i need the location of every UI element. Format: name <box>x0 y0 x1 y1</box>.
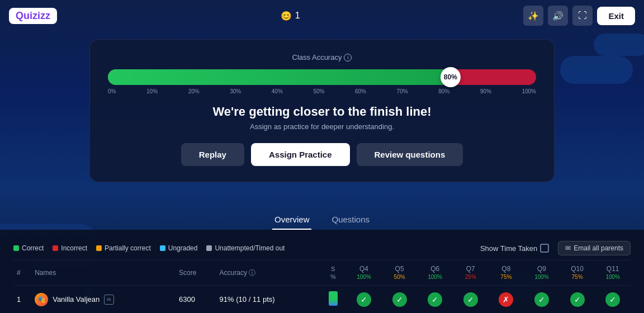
col-q8: Q875% <box>489 260 524 286</box>
partial-bar <box>329 291 338 306</box>
player-info: 🎭 Vanilla Valjean ✉ <box>35 293 172 306</box>
legend-incorrect: Incorrect <box>53 244 87 252</box>
col-s: S% <box>320 260 346 286</box>
progress-track: 80% <box>108 69 536 85</box>
sparkle-button[interactable]: ✨ <box>523 6 543 26</box>
check-correct-icon: ✓ <box>428 292 442 307</box>
card-accuracy-label: Class Accuracy i <box>108 53 536 61</box>
partial-dot <box>96 245 102 251</box>
progress-fill: 80% <box>108 69 451 85</box>
cloud <box>560 56 633 84</box>
cell-q9: ✓ <box>524 286 560 314</box>
header-right: ✨ 🔊 ⛶ Exit <box>523 6 635 26</box>
check-correct-icon: ✓ <box>357 292 371 307</box>
check-correct-icon: ✓ <box>534 292 549 307</box>
info-icon: i <box>344 54 352 61</box>
cell-q5: ✓ <box>382 286 418 314</box>
tab-questions[interactable]: Questions <box>329 210 372 230</box>
tabs: Overview Questions <box>0 210 644 230</box>
card-title: We're getting closer to the finish line! <box>108 105 536 119</box>
cell-rank: 1 <box>13 286 31 314</box>
col-accuracy: Accuracy ⓘ <box>216 260 320 286</box>
header: Quizizz 😊 1 ✨ 🔊 ⛶ Exit <box>0 0 644 31</box>
show-time-checkbox[interactable] <box>540 244 549 253</box>
cloud <box>594 34 644 56</box>
cell-q7: ✓ <box>453 286 489 314</box>
col-names: Names <box>31 260 176 286</box>
card-subtitle: Assign as practice for deeper understand… <box>108 122 536 131</box>
mail-icon[interactable]: ✉ <box>104 295 114 305</box>
col-score: Score <box>176 260 216 286</box>
cell-q10: ✓ <box>560 286 595 314</box>
cell-q8: ✗ <box>489 286 524 314</box>
table-row: 1 🎭 Vanilla Valjean ✉ 6300 91% (10 / 11 … <box>13 286 631 314</box>
replay-button[interactable]: Replay <box>181 143 244 166</box>
cell-s-pct <box>320 286 346 314</box>
col-q9: Q9100% <box>524 260 560 286</box>
unattempted-dot <box>206 245 212 251</box>
cell-q4: ✓ <box>346 286 382 314</box>
logo: Quizizz <box>9 8 57 24</box>
results-table: # Names Score Accuracy ⓘ S% Q4100% Q550%… <box>13 260 631 313</box>
cell-q6: ✓ <box>417 286 453 314</box>
show-time-taken-label: Show Time Taken <box>480 244 549 253</box>
sound-button[interactable]: 🔊 <box>548 6 568 26</box>
progress-container: 80% <box>108 69 536 85</box>
assign-practice-button[interactable]: Assign Practice <box>251 143 350 166</box>
legend-correct: Correct <box>13 244 44 252</box>
check-correct-icon: ✓ <box>463 292 478 307</box>
col-q7: Q725% <box>453 260 489 286</box>
cell-q11: ✓ <box>595 286 631 314</box>
review-questions-button[interactable]: Review questions <box>357 143 463 166</box>
fullscreen-button[interactable]: ⛶ <box>572 6 593 26</box>
check-correct-icon: ✓ <box>392 292 407 307</box>
progress-thumb: 80% <box>441 67 461 87</box>
col-q10: Q1075% <box>560 260 595 286</box>
col-q4: Q4100% <box>346 260 382 286</box>
legend-partial: Partially correct <box>96 244 151 252</box>
exit-button[interactable]: Exit <box>597 7 635 25</box>
correct-dot <box>13 245 19 251</box>
check-incorrect-icon: ✗ <box>499 292 513 307</box>
tab-overview[interactable]: Overview <box>272 210 312 230</box>
col-q11: Q11100% <box>595 260 631 286</box>
col-q6: Q6100% <box>417 260 453 286</box>
cell-accuracy: 91% (10 / 11 pts) <box>216 286 320 314</box>
avatar: 🎭 <box>35 293 48 306</box>
check-correct-icon: ✓ <box>605 292 620 307</box>
card-buttons: Replay Assign Practice Review questions <box>108 143 536 166</box>
check-correct-icon: ✓ <box>570 292 585 307</box>
col-q5: Q550% <box>382 260 418 286</box>
legend-row: Correct Incorrect Partially correct Ungr… <box>13 236 631 260</box>
email-icon: ✉ <box>565 244 571 252</box>
cell-score: 6300 <box>176 286 216 314</box>
progress-labels: 0% 10% 20% 30% 40% 50% 60% 70% 80% 90% 1… <box>108 88 536 94</box>
cell-name: 🎭 Vanilla Valjean ✉ <box>31 286 176 314</box>
col-rank: # <box>13 260 31 286</box>
legend-unattempted: Unattempted/Timed out <box>206 244 285 252</box>
table-container: Correct Incorrect Partially correct Ungr… <box>0 230 644 313</box>
table-section: Overview Questions Correct Incorrect Par… <box>0 210 644 313</box>
email-all-parents-button[interactable]: ✉ Email all parents <box>558 241 631 255</box>
player-count: 1 <box>295 11 300 21</box>
incorrect-dot <box>53 245 58 251</box>
results-card: Class Accuracy i 80% 0% 10% 20% 30% 40% … <box>89 39 555 182</box>
ungraded-dot <box>160 245 165 251</box>
legend-ungraded: Ungraded <box>160 244 198 252</box>
player-emoji: 😊 <box>281 11 292 21</box>
header-center: 😊 1 <box>281 11 300 21</box>
